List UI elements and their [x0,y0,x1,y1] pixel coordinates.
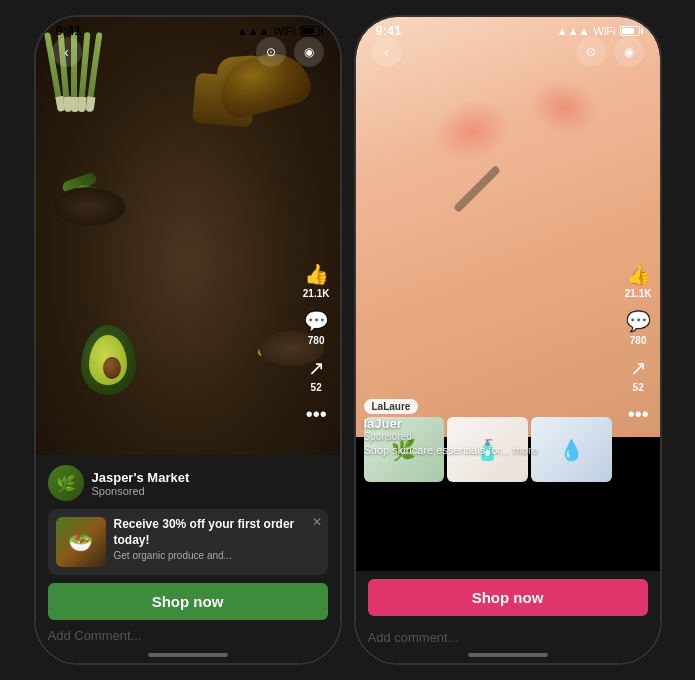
brand-sponsored-label: Sponsored [364,431,538,442]
advertiser-info-phone1: Jasper's Market Sponsored [92,470,328,497]
comment-icon-phone2[interactable]: 💬 [626,309,651,333]
status-icons-phone1: ▲▲▲ WiFi [237,25,320,37]
skincare-background [356,17,660,437]
status-time-phone1: 9:41 [56,23,82,38]
more-link[interactable]: more [513,444,538,456]
product-thumbnail-3[interactable]: 💧 [531,417,612,482]
home-indicator-phone1 [148,653,228,657]
share-icon-phone2[interactable]: ↗ [630,356,647,380]
camera-button-phone2[interactable]: ⊙ [576,37,606,67]
signal-icon: ▲▲▲ [237,25,270,37]
brand-pill-label: LaLaure [364,399,419,414]
phone-2: 9:41 ▲▲▲ WiFi ‹ [354,15,662,665]
bottom-card-phone1: 🌿 Jasper's Market Sponsored 🥗 Receive 30… [36,455,340,663]
like-count-phone2: 21.1K [625,288,652,299]
share-count-phone2: 52 [633,382,644,393]
camera-button-phone1[interactable]: ⊙ [256,37,286,67]
food-background [36,17,340,502]
ad-headline-phone1: Receive 30% off your first order today! [114,517,320,548]
ad-card-phone1: 🥗 Receive 30% off your first order today… [48,509,328,575]
status-icons-phone2: ▲▲▲ WiFi [557,25,640,37]
wifi-icon-2: WiFi [594,25,616,37]
profile-icon-2: ◉ [624,45,634,59]
engagement-sidebar-phone2: 👍 21.1K 💬 780 ↗ 52 ••• [625,262,652,426]
nav-bar-phone1: ‹ ⊙ ◉ [36,37,340,67]
battery-icon-2 [620,26,640,36]
shop-now-button-phone1[interactable]: Shop now [48,583,328,620]
engagement-sidebar-phone1: 👍 21.1K 💬 780 ↗ 52 ••• [303,262,330,426]
back-icon: ‹ [64,44,69,60]
dark-bowl [51,187,126,227]
brand-logo-row: LaLaure [364,399,538,414]
share-icon-phone1[interactable]: ↗ [308,356,325,380]
comment-count-phone2: 780 [630,335,647,346]
shop-now-button-phone2[interactable]: Shop now [368,579,648,616]
brand-name-label: laJuer [364,416,538,431]
like-icon-phone1[interactable]: 👍 [304,262,329,286]
comment-icon-phone1[interactable]: 💬 [304,309,329,333]
avatar-icon: 🌿 [48,465,84,501]
ad-close-button-phone1[interactable]: ✕ [312,515,322,529]
nav-right-icons-phone2: ⊙ ◉ [576,37,644,67]
nav-bar-phone2: ‹ ⊙ ◉ [356,37,660,67]
bottom-card-phone2: Shop now Add comment... [356,571,660,663]
camera-icon: ⊙ [266,45,276,59]
home-indicator-phone2 [468,653,548,657]
battery-icon [300,26,320,36]
advertiser-name-phone1: Jasper's Market [92,470,328,485]
more-icon-phone1[interactable]: ••• [306,403,327,426]
advertiser-tag-phone1: Sponsored [92,485,328,497]
profile-button-phone1[interactable]: ◉ [294,37,324,67]
avocado [81,325,136,395]
share-count-phone1: 52 [311,382,322,393]
profile-button-phone2[interactable]: ◉ [614,37,644,67]
profile-icon: ◉ [304,45,314,59]
wifi-icon: WiFi [274,25,296,37]
add-comment-phone1[interactable]: Add Comment... [48,620,328,643]
phone-1: 9:41 ▲▲▲ WiFi [34,15,342,665]
back-button-phone1[interactable]: ‹ [52,37,82,67]
brand-overlay-phone2: LaLaure laJuer Sponsored Shop skincare e… [364,399,538,456]
skin-background [356,17,660,437]
back-icon-2: ‹ [384,44,389,60]
signal-icon-2: ▲▲▲ [557,25,590,37]
like-icon-phone2[interactable]: 👍 [626,262,651,286]
more-icon-phone2[interactable]: ••• [628,403,649,426]
nav-right-icons-phone1: ⊙ ◉ [256,37,324,67]
ad-text-phone1: Receive 30% off your first order today! … [114,517,320,561]
camera-icon-2: ⊙ [586,45,596,59]
back-button-phone2[interactable]: ‹ [372,37,402,67]
like-count-phone1: 21.1K [303,288,330,299]
brand-description: Shop skincare essentials for... more [364,444,538,456]
status-time-phone2: 9:41 [376,23,402,38]
product-icon-3: 💧 [531,417,612,482]
add-comment-phone2[interactable]: Add comment... [368,622,648,645]
ad-subtext-phone1: Get organic produce and... [114,550,320,561]
food-emoji: 🥗 [68,530,93,554]
ad-thumbnail-phone1: 🥗 [56,517,106,567]
advertiser-avatar-phone1: 🌿 [48,465,84,501]
advertiser-row-phone1: 🌿 Jasper's Market Sponsored [48,465,328,501]
comment-count-phone1: 780 [308,335,325,346]
